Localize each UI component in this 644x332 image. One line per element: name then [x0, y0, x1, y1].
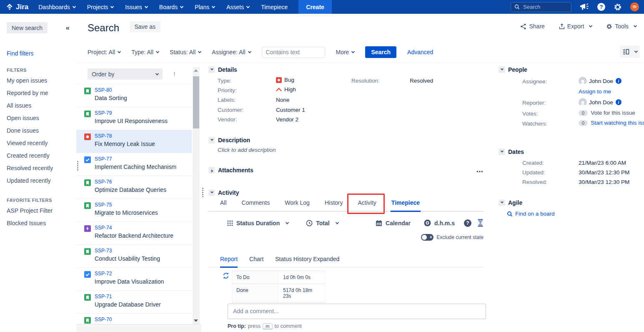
activity-collapse-icon[interactable]: [208, 189, 215, 196]
reporter-info-icon[interactable]: i: [616, 99, 621, 105]
issue-row-ssp-80[interactable]: SSP-80Data Sorting: [76, 84, 192, 107]
share-button[interactable]: Share: [520, 23, 544, 30]
nav-plans[interactable]: Plans: [190, 0, 219, 14]
issue-row-ssp-72[interactable]: SSP-72Improve Data Visualization: [76, 267, 192, 290]
type-filter-dropdown[interactable]: Type: All: [131, 49, 159, 55]
sidebar-item-done-issues[interactable]: Done issues: [7, 124, 76, 137]
nav-issues[interactable]: Issues: [121, 0, 151, 14]
issue-row-ssp-75[interactable]: SSP-75Migrate to Microservices: [76, 199, 192, 221]
calendar-button[interactable]: Calendar: [376, 220, 411, 226]
timepiece-help-icon[interactable]: ?: [464, 219, 471, 227]
refresh-icon[interactable]: [222, 272, 230, 280]
tab-comments[interactable]: Comments: [242, 199, 270, 206]
collapse-sidebar-icon[interactable]: «: [66, 24, 70, 32]
order-by-dropdown[interactable]: Order by: [88, 68, 163, 80]
jira-logo[interactable]: Jira: [0, 3, 34, 11]
scrollbar-thumb[interactable]: [193, 76, 199, 128]
time-format-button[interactable]: d.h.m.s: [424, 219, 455, 226]
tab-timepiece[interactable]: Timepiece: [391, 199, 420, 206]
global-search[interactable]: [511, 2, 571, 12]
resolved-value: 30/Mar/23 12:30 PM: [579, 179, 629, 185]
detail-resize-handle[interactable]: [202, 188, 204, 197]
sidebar-item-viewed-recently[interactable]: Viewed recently: [7, 137, 76, 149]
assignee-value[interactable]: John Doe: [589, 78, 613, 84]
sidebar-item-created-recently[interactable]: Created recently: [7, 149, 76, 162]
sidebar-item-open-issues[interactable]: Open issues: [7, 112, 76, 124]
reporter-value[interactable]: John Doe: [589, 99, 613, 106]
assignee-filter-dropdown[interactable]: Assignee: All: [212, 49, 251, 55]
issue-row-ssp-74[interactable]: SSP-74Refactor Backend Architecture: [76, 221, 192, 244]
nav-assets[interactable]: Assets: [222, 0, 253, 14]
tools-button[interactable]: Tools: [606, 23, 636, 30]
find-on-board-link[interactable]: Find on a board: [515, 211, 555, 217]
assignee-avatar: [579, 77, 587, 85]
tab-work-log[interactable]: Work Log: [285, 199, 310, 206]
add-comment-input[interactable]: Add a comment...: [228, 304, 486, 319]
add-description-placeholder[interactable]: Click to add description: [218, 147, 276, 153]
description-collapse-icon[interactable]: [208, 137, 215, 143]
people-collapse-icon[interactable]: [499, 66, 505, 73]
export-button[interactable]: Export: [559, 23, 592, 30]
sidebar-item-asp-project-filter[interactable]: ASP Project Filter: [7, 204, 76, 217]
sidebar-item-blocked-issues[interactable]: Blocked Issues: [7, 217, 76, 229]
start-watching-link[interactable]: Start watching this issue: [591, 120, 644, 126]
tab-status-history-expanded[interactable]: Status History Expanded: [275, 256, 339, 262]
issue-row-ssp-71[interactable]: SSP-71Upgrade Database Driver: [76, 290, 192, 313]
total-dropdown[interactable]: Total: [306, 220, 338, 226]
issue-list-scrollbar[interactable]: [193, 67, 200, 324]
tab-report[interactable]: Report: [220, 256, 238, 262]
nav-timepiece[interactable]: Timepiece: [257, 0, 292, 14]
dates-collapse-icon[interactable]: [499, 148, 505, 155]
labels-label: Labels:: [218, 97, 236, 103]
view-switcher-button[interactable]: [620, 45, 640, 58]
status-duration-table: To Do 1d 0h 0m 0s Done 517d 0h 18m 23s: [232, 271, 325, 303]
issue-row-ssp-76[interactable]: SSP-76Optimize Database Queries: [76, 176, 192, 199]
find-filters-link[interactable]: Find filters: [7, 50, 76, 57]
issue-row-ssp-73[interactable]: SSP-73Conduct Usability Testing: [76, 244, 192, 267]
search-button[interactable]: Search: [365, 46, 396, 58]
status-filter-dropdown[interactable]: Status: All: [170, 49, 201, 55]
issue-row-ssp-70[interactable]: SSP-70: [76, 313, 192, 324]
tab-history[interactable]: History: [325, 199, 343, 206]
status-duration-dropdown[interactable]: Status Duration: [227, 220, 288, 226]
issue-meta-panel: People Assignee: John Doe i Assign to me…: [494, 63, 644, 332]
issue-row-ssp-79[interactable]: SSP-79Improve UI Responsiveness: [76, 107, 192, 130]
attachments-more-icon[interactable]: •••: [476, 169, 484, 175]
advanced-search-link[interactable]: Advanced: [407, 49, 433, 55]
issue-row-ssp-78[interactable]: SSP-78Fix Memory Leak Issue: [76, 130, 192, 153]
assignee-info-icon[interactable]: i: [616, 78, 621, 84]
story-icon: [84, 179, 91, 186]
sidebar-item-all-issues[interactable]: All issues: [7, 99, 76, 112]
project-filter-dropdown[interactable]: Project: All: [88, 49, 120, 55]
contains-text-input[interactable]: [262, 47, 325, 58]
new-search-button[interactable]: New search: [7, 22, 48, 33]
nav-dashboards[interactable]: Dashboards: [34, 0, 80, 14]
help-icon[interactable]: ?: [597, 3, 605, 11]
settings-gear-icon[interactable]: [614, 3, 622, 11]
vote-for-issue-link[interactable]: Vote for this issue: [591, 110, 635, 116]
sidebar-item-updated-recently[interactable]: Updated recently: [7, 174, 76, 187]
scroll-down-icon[interactable]: [194, 319, 198, 322]
sidebar-item-my-open-issues[interactable]: My open issues: [7, 74, 76, 87]
agile-collapse-icon[interactable]: [499, 199, 505, 206]
exclude-current-state-toggle[interactable]: x: [421, 234, 434, 241]
save-as-button[interactable]: Save as: [130, 21, 161, 32]
megaphone-icon[interactable]: [580, 3, 589, 11]
tab-chart[interactable]: Chart: [249, 256, 263, 262]
user-avatar[interactable]: [630, 3, 639, 11]
issue-row-ssp-77[interactable]: SSP-77Implement Caching Mechanism: [76, 153, 192, 176]
sort-direction-icon[interactable]: ↑: [173, 70, 176, 78]
attachments-expand-icon[interactable]: [208, 167, 215, 174]
details-collapse-icon[interactable]: [208, 66, 215, 73]
create-button[interactable]: Create: [298, 0, 332, 14]
scroll-up-icon[interactable]: [194, 69, 198, 72]
sidebar-item-reported-by-me[interactable]: Reported by me: [7, 87, 76, 99]
more-filters-dropdown[interactable]: More: [336, 49, 355, 55]
sidebar-item-resolved-recently[interactable]: Resolved recently: [7, 162, 76, 174]
nav-projects[interactable]: Projects: [83, 0, 118, 14]
nav-boards[interactable]: Boards: [155, 0, 187, 14]
tab-activity[interactable]: Activity: [358, 199, 376, 206]
tab-all[interactable]: All: [220, 199, 227, 206]
assign-to-me-link[interactable]: Assign to me: [579, 88, 611, 95]
global-search-input[interactable]: [523, 4, 565, 10]
